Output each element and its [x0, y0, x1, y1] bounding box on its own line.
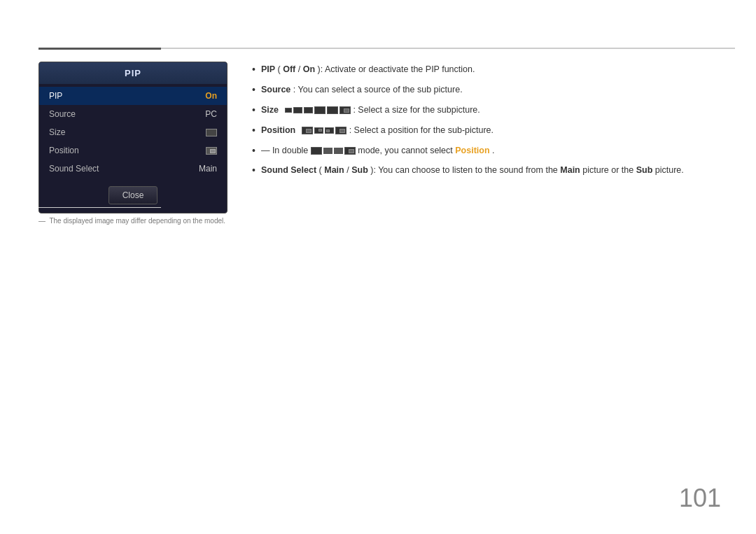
pip-paren-close: ): Activate or deactivate the PIP functi…	[318, 64, 475, 74]
bullet-pip-text: PIP ( Off / On ): Activate or deactivate…	[261, 63, 475, 76]
bullet-double-text: ― In double mode, you cannot select Posi…	[261, 144, 495, 157]
position-label: Position	[49, 146, 79, 155]
size-icon-3	[304, 107, 313, 113]
bullet-sound-text: Sound Select ( Main / Sub ): You can cho…	[261, 164, 684, 177]
sound-select-value: Main	[199, 164, 217, 174]
bullet-double: ― In double mode, you cannot select Posi…	[252, 144, 735, 157]
bullet-pip: PIP ( Off / On ): Activate or deactivate…	[252, 63, 735, 76]
size-icon-4	[314, 106, 326, 114]
source-bold: Source	[261, 85, 290, 94]
bullet-position: Position : Select a position for the sub…	[252, 124, 735, 137]
double-position-bold: Position	[455, 146, 489, 155]
size-value	[206, 127, 217, 137]
double-in: In double	[272, 146, 311, 155]
sound-desc1: ): You can choose to listen to the sound…	[370, 165, 560, 175]
sound-paren: (	[319, 165, 322, 175]
pip-title: PIP	[39, 62, 227, 84]
bullet-source-text: Source : You can select a source of the …	[261, 83, 463, 97]
left-header-accent	[38, 48, 161, 50]
size-icon-2	[293, 107, 302, 113]
source-label: Source	[49, 109, 76, 119]
position-icon	[206, 147, 217, 155]
bullet-list: PIP ( Off / On ): Activate or deactivate…	[252, 63, 735, 177]
pip-menu-box: PIP PIP On Source PC Size Position	[38, 62, 227, 213]
sound-main-bold: Main	[324, 165, 344, 175]
size-icon-6	[340, 106, 351, 114]
size-icon	[206, 129, 217, 136]
source-desc: : You can select a source of the sub pic…	[293, 85, 463, 94]
size-icon-5	[327, 106, 338, 114]
pos-icon-1	[302, 127, 313, 134]
double-icon-4	[344, 147, 356, 155]
bullet-size-text: Size : Select a size for the subpicture.	[261, 104, 480, 117]
size-bold: Size	[261, 105, 279, 115]
double-icons-inline	[311, 147, 356, 155]
size-desc: : Select a size for the subpicture.	[353, 105, 479, 115]
size-icon-1	[285, 108, 292, 113]
position-bold: Position	[261, 125, 295, 135]
note-text: The displayed image may differ depending…	[49, 217, 225, 225]
pip-row-pip[interactable]: PIP On	[39, 87, 227, 105]
pip-off-bold: Off	[283, 64, 295, 74]
pos-icon-4	[335, 127, 346, 134]
close-button[interactable]: Close	[108, 186, 158, 204]
source-value: PC	[205, 109, 217, 119]
pip-row-position[interactable]: Position	[39, 141, 227, 160]
pos-icon-3	[325, 127, 334, 134]
sound-main-bold2: Main	[560, 165, 580, 175]
note-dash: ―	[38, 217, 48, 225]
size-icons-inline	[281, 104, 350, 117]
size-label: Size	[49, 127, 65, 137]
sound-select-label: Sound Select	[49, 164, 99, 174]
sound-select-bold: Sound Select	[261, 165, 316, 175]
position-value	[206, 146, 217, 155]
double-icon-3	[334, 148, 343, 154]
sound-sub-bold: Sub	[351, 165, 368, 175]
description-area: PIP ( Off / On ): Activate or deactivate…	[252, 63, 735, 184]
double-dash: ―	[261, 146, 272, 155]
bullet-source: Source : You can select a source of the …	[252, 83, 735, 97]
pos-icon-2	[314, 127, 323, 134]
position-desc: : Select a position for the sub-picture.	[349, 125, 493, 135]
pip-paren-open: (	[278, 64, 281, 74]
bullet-position-text: Position : Select a position for the sub…	[261, 124, 493, 137]
model-note: ― The displayed image may differ dependi…	[38, 217, 225, 225]
position-icons-inline	[298, 124, 346, 137]
sound-sub-bold2: Sub	[636, 165, 653, 175]
bottom-divider	[38, 207, 161, 208]
pip-row-sound-select[interactable]: Sound Select Main	[39, 160, 227, 178]
pip-on-bold: On	[303, 64, 315, 74]
bullet-size: Size : Select a size for the subpicture.	[252, 104, 735, 117]
page-number: 101	[679, 484, 721, 513]
pip-value: On	[205, 91, 217, 101]
pip-menu-items: PIP On Source PC Size Position Sound Sel…	[39, 84, 227, 181]
sound-desc3: picture.	[655, 165, 684, 175]
double-icon-2	[323, 148, 332, 154]
pip-label: PIP	[49, 91, 62, 101]
pip-row-source[interactable]: Source PC	[39, 105, 227, 123]
bullet-sound-select: Sound Select ( Main / Sub ): You can cho…	[252, 164, 735, 177]
pip-row-size[interactable]: Size	[39, 123, 227, 141]
double-period: .	[492, 146, 494, 155]
sound-desc2: picture or the	[582, 165, 636, 175]
double-icon-1	[311, 147, 322, 155]
pip-slash: /	[298, 64, 303, 74]
pip-bold: PIP	[261, 64, 275, 74]
double-mode-text: mode, you cannot select	[358, 146, 455, 155]
